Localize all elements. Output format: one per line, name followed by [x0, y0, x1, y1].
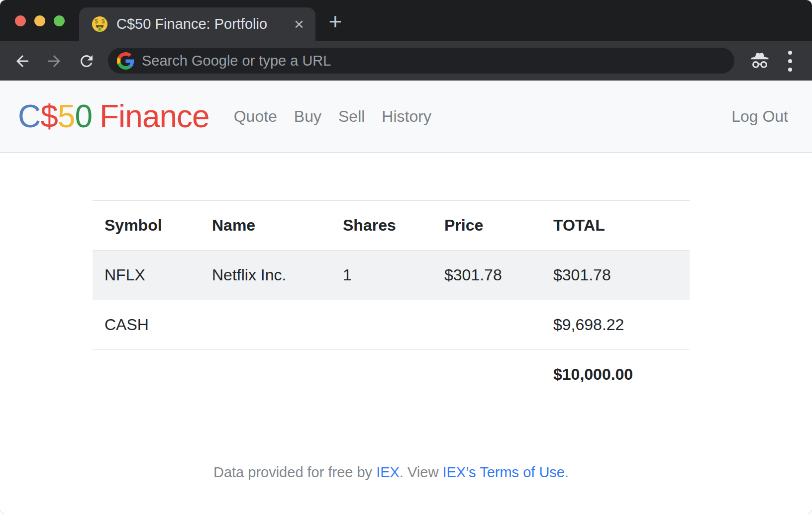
new-tab-button[interactable]: + [324, 11, 346, 33]
svg-text:$: $ [99, 27, 101, 31]
svg-text:$: $ [102, 18, 105, 25]
table-header-row: Symbol Name Shares Price TOTAL [93, 201, 690, 251]
cell-name [200, 300, 331, 350]
traffic-lights [15, 15, 65, 26]
address-bar-placeholder: Search Google or type a URL [142, 53, 331, 69]
google-logo-icon [117, 52, 134, 70]
disclaimer-text: Data provided for free by [213, 464, 376, 480]
cell-name: Netflix Inc. [200, 251, 331, 300]
browser-toolbar: Search Google or type a URL [0, 41, 812, 81]
brand-name: Finance [100, 98, 209, 134]
brand-letter-five: 5 [58, 98, 75, 134]
data-disclaimer: Data provided for free by IEX. View IEX’… [93, 464, 690, 481]
nav-link-sell[interactable]: Sell [330, 107, 373, 126]
forward-icon[interactable] [43, 50, 65, 72]
column-header-symbol: Symbol [93, 201, 200, 251]
browser-window: $ $ $ C$50 Finance: Portfolio × + [0, 0, 812, 514]
reload-icon[interactable] [76, 50, 98, 72]
back-icon[interactable] [11, 50, 33, 72]
portfolio-content: Symbol Name Shares Price TOTAL NFLX Netf… [0, 200, 812, 481]
tab-strip: $ $ $ C$50 Finance: Portfolio × + [0, 0, 812, 41]
column-header-shares: Shares [331, 201, 432, 251]
brand-letter-dollar: $ [40, 98, 58, 134]
cell-price: $301.78 [432, 251, 541, 300]
cell-symbol: NFLX [93, 251, 200, 300]
cell-shares: 1 [331, 251, 432, 300]
browser-tab[interactable]: $ $ $ C$50 Finance: Portfolio × [79, 7, 315, 41]
nav-link-history[interactable]: History [373, 107, 440, 126]
cell-shares [331, 300, 432, 350]
nav-link-quote[interactable]: Quote [225, 107, 286, 126]
site-nav: Quote Buy Sell History [225, 107, 440, 126]
grand-total-value: $10,000.00 [541, 350, 690, 400]
tab-close-icon[interactable]: × [291, 16, 307, 33]
column-header-name: Name [200, 201, 331, 251]
table-row: CASH $9,698.22 [93, 300, 690, 350]
disclaimer-text: . View [400, 464, 443, 480]
cell-price [432, 300, 541, 350]
iex-terms-link[interactable]: IEX’s Terms of Use [442, 464, 565, 480]
minimize-window-button[interactable] [34, 15, 45, 26]
iex-link[interactable]: IEX [376, 464, 400, 480]
address-bar[interactable]: Search Google or type a URL [108, 48, 734, 74]
column-header-price: Price [432, 201, 541, 251]
tab-title: C$50 Finance: Portfolio [116, 16, 291, 32]
cell-total: $301.78 [541, 251, 690, 300]
browser-menu-icon[interactable] [786, 50, 794, 72]
cell-total: $9,698.22 [541, 300, 690, 350]
log-out-link[interactable]: Log Out [731, 107, 788, 126]
nav-link-buy[interactable]: Buy [286, 107, 330, 126]
zoom-window-button[interactable] [54, 15, 65, 26]
table-row: NFLX Netflix Inc. 1 $301.78 $301.78 [93, 251, 690, 300]
svg-text:$: $ [95, 18, 98, 25]
grand-total-row: $10,000.00 [93, 350, 690, 400]
incognito-icon [746, 48, 773, 74]
brand-letter-c: C [18, 98, 40, 134]
portfolio-table: Symbol Name Shares Price TOTAL NFLX Netf… [93, 200, 690, 400]
cell-symbol: CASH [93, 300, 200, 350]
brand-logo[interactable]: C$50Finance [18, 98, 209, 135]
site-header: C$50Finance Quote Buy Sell History Log O… [0, 81, 812, 153]
web-page: C$50Finance Quote Buy Sell History Log O… [0, 81, 812, 514]
close-window-button[interactable] [15, 15, 26, 26]
disclaimer-text: . [565, 464, 569, 480]
money-mouth-favicon-icon: $ $ $ [92, 16, 108, 32]
brand-letter-zero: 0 [75, 98, 92, 134]
column-header-total: TOTAL [541, 201, 690, 251]
